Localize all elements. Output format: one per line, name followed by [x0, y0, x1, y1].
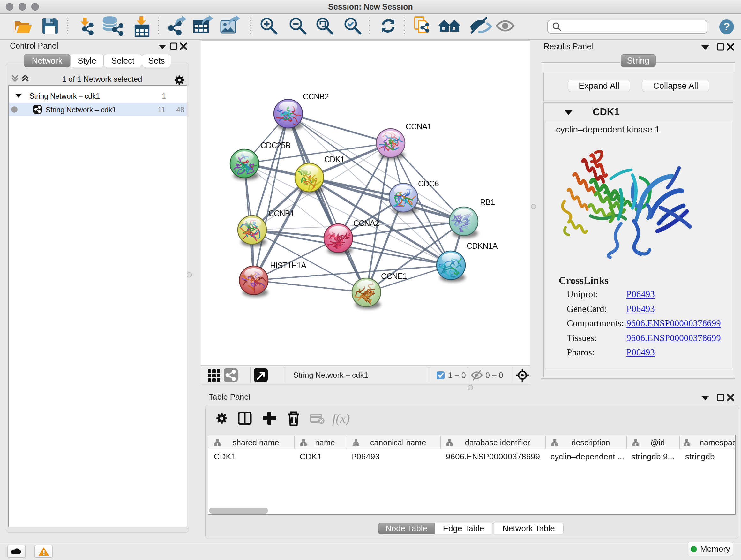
svg-text:description: description — [571, 438, 610, 447]
svg-text:@id: @id — [651, 438, 665, 447]
svg-text:CDC6: CDC6 — [418, 179, 439, 188]
svg-text:database identifier: database identifier — [465, 438, 530, 447]
svg-text:String Network – cdk1: String Network – cdk1 — [293, 371, 368, 379]
svg-text:RB1: RB1 — [480, 198, 495, 206]
svg-text:1 – 0: 1 – 0 — [448, 371, 466, 380]
svg-text:shared name: shared name — [232, 438, 279, 447]
svg-text:CCNB1: CCNB1 — [268, 209, 294, 218]
svg-text:canonical name: canonical name — [370, 438, 426, 447]
svg-text:CCNB2: CCNB2 — [303, 92, 329, 101]
svg-text:f(x): f(x) — [332, 411, 350, 426]
svg-text:namespace: namespace — [699, 438, 735, 447]
svg-text:0 – 0: 0 – 0 — [485, 371, 503, 380]
svg-text:CDC25B: CDC25B — [260, 141, 290, 150]
svg-text:CCNA2: CCNA2 — [353, 219, 379, 228]
svg-text:name: name — [315, 438, 335, 447]
svg-text:CCNA1: CCNA1 — [406, 122, 431, 131]
svg-text:CDKN1A: CDKN1A — [467, 241, 498, 250]
svg-text:CDK1: CDK1 — [324, 155, 345, 164]
svg-text:HIST1H1A: HIST1H1A — [270, 261, 307, 270]
svg-text:CCNE1: CCNE1 — [381, 272, 407, 281]
svg-text:?: ? — [724, 20, 730, 33]
